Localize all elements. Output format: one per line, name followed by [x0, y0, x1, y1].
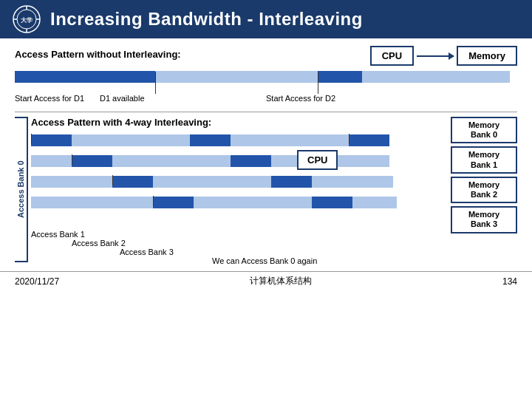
bank0-bar-blue: [31, 134, 72, 146]
bank0-bar-light: [72, 134, 190, 146]
footer-date: 2020/11/27: [15, 276, 59, 287]
bar-d2-wait: [362, 71, 510, 83]
section-separator: [15, 112, 517, 112]
bank3-bar-blue2: [312, 197, 352, 208]
cpu-box-top: CPU: [370, 46, 414, 66]
memory-bank-3-box: MemoryBank 3: [451, 206, 517, 233]
d1-available-label: D1 available: [100, 94, 145, 103]
bank1-bar-blue2: [231, 155, 271, 167]
bank2-bar-blue2: [271, 176, 312, 188]
svg-text:大学: 大学: [20, 17, 33, 24]
bank3-bar-light3: [352, 197, 397, 208]
bank1-row: [31, 154, 445, 168]
access-labels: Access Bank 1 Access Bank 2 Access Bank …: [31, 230, 445, 262]
bank0-bar-light2: [231, 134, 349, 146]
d2-tick: [318, 72, 318, 94]
timeline-without-interleaving: [15, 70, 517, 83]
section2-label: Access Pattern with 4-way Interleaving:: [31, 117, 211, 128]
bar-d2-access: [318, 71, 362, 83]
access-bank3-label: Access Bank 3: [120, 248, 174, 256]
footer-page: 134: [502, 276, 517, 287]
bank1-bar-light: [31, 155, 72, 167]
memory-bank-1-box: MemoryBank 1: [451, 146, 517, 173]
access-bank2-label: Access Bank 2: [72, 239, 126, 248]
access-bank0-again-label: We can Access Bank 0 again: [212, 256, 317, 265]
memory-bank-2-box: MemoryBank 2: [451, 177, 517, 203]
bank1-bar-blue: [72, 155, 112, 167]
section1-label: Access Pattern without Interleaving:: [15, 49, 181, 60]
footer-center: 计算机体系结构: [250, 275, 312, 287]
tick-b1: [72, 154, 72, 165]
timeline-labels: D1 available Start Access for D1 Start A…: [15, 86, 517, 109]
memory-banks-boxes: MemoryBank 0 MemoryBank 1 MemoryBank 2 M…: [451, 117, 517, 233]
bank2-row: [31, 175, 445, 188]
cpu-box-interleave: CPU: [297, 150, 338, 170]
tick-b2: [112, 175, 113, 185]
bank2-bar-light2: [153, 176, 271, 188]
tick-b3: [153, 196, 154, 206]
bank3-bar-blue: [153, 197, 194, 208]
tick-b0-2: [349, 134, 349, 144]
bank3-bar-light: [31, 197, 153, 208]
bank1-bar-light2: [112, 155, 231, 167]
bank2-bar-light: [31, 176, 112, 188]
memory-box-top: Memory: [457, 46, 517, 66]
interleave-bars: CPU: [31, 134, 445, 230]
page-title: Increasing Bandwidth - Interleaving: [50, 9, 363, 30]
bank2-bar-light3: [312, 176, 393, 188]
bar-d1-access: [15, 71, 155, 83]
bank2-bar-blue: [112, 176, 153, 188]
bank3-bar-light2: [194, 197, 312, 208]
university-logo-icon: 大学: [12, 4, 41, 34]
header: 大学 Increasing Bandwidth - Interleaving: [0, 0, 532, 38]
bank0-bar-blue2: [190, 134, 231, 146]
access-bank1-label: Access Bank 1: [31, 230, 85, 239]
timeline-row-1: [15, 70, 517, 83]
bar-d1-wait: [155, 71, 318, 83]
start-d1-label: Start Access for D1: [15, 94, 84, 103]
bank0-bar-blue3: [349, 134, 389, 146]
vertical-access-bank-0-label: Access Bank 0: [15, 117, 28, 262]
main-content: Access Pattern without Interleaving: CPU…: [0, 38, 532, 268]
memory-bank-0-box: MemoryBank 0: [451, 117, 517, 143]
bank3-row: [31, 196, 445, 209]
tick-b0: [31, 134, 32, 144]
footer: 2020/11/27 计算机体系结构 134: [0, 271, 532, 290]
interleave-content: Access Pattern with 4-way Interleaving:: [31, 117, 445, 262]
d1-tick: [155, 72, 156, 94]
bank0-row: [31, 134, 445, 147]
interleave-section: Access Bank 0 Access Pattern with 4-way …: [15, 117, 517, 262]
start-d2-label: Start Access for D2: [266, 94, 335, 103]
